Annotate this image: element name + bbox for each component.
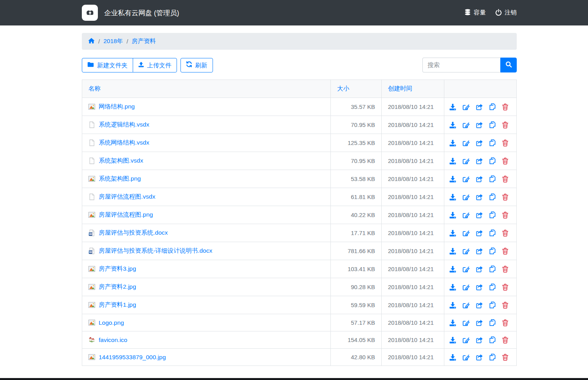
download-icon[interactable] — [449, 103, 456, 110]
file-name-link[interactable]: 房屋评估流程图.png — [99, 211, 153, 219]
edit-icon[interactable] — [462, 194, 470, 201]
edit-icon[interactable] — [462, 248, 470, 255]
delete-icon[interactable] — [502, 194, 509, 201]
edit-icon[interactable] — [462, 121, 470, 128]
copy-icon[interactable] — [489, 175, 496, 183]
download-icon[interactable] — [449, 212, 456, 219]
delete-icon[interactable] — [502, 139, 509, 147]
file-name-link[interactable]: 房产资料1.jpg — [99, 301, 136, 309]
search-input[interactable] — [422, 58, 500, 72]
share-icon[interactable] — [476, 157, 483, 165]
new-folder-button[interactable]: 新建文件夹 — [82, 58, 133, 72]
file-name-link[interactable]: 系统逻辑结构.vsdx — [99, 121, 149, 129]
download-icon[interactable] — [449, 284, 456, 291]
download-icon[interactable] — [449, 319, 456, 326]
download-icon[interactable] — [449, 230, 456, 237]
file-name-link[interactable]: favicon.ico — [99, 337, 127, 344]
copy-icon[interactable] — [489, 301, 496, 309]
edit-icon[interactable] — [462, 176, 470, 183]
edit-icon[interactable] — [462, 157, 470, 165]
file-name-link[interactable]: 房屋评估与投资系统.docx — [99, 229, 168, 237]
edit-icon[interactable] — [462, 284, 470, 291]
download-icon[interactable] — [449, 194, 456, 201]
copy-icon[interactable] — [489, 193, 496, 201]
delete-icon[interactable] — [502, 248, 509, 255]
edit-icon[interactable] — [462, 319, 470, 326]
share-icon[interactable] — [476, 103, 483, 110]
sort-by-created-link[interactable]: 创建时间 — [388, 85, 412, 92]
copy-icon[interactable] — [489, 336, 496, 344]
copy-icon[interactable] — [489, 139, 496, 147]
copy-icon[interactable] — [489, 121, 496, 128]
delete-icon[interactable] — [502, 284, 509, 291]
edit-icon[interactable] — [462, 354, 470, 361]
download-icon[interactable] — [449, 354, 456, 361]
file-name-link[interactable]: 房屋评估与投资系统-详细设计说明书.docx — [99, 247, 212, 255]
share-icon[interactable] — [476, 139, 483, 147]
copy-icon[interactable] — [489, 283, 496, 291]
capacity-link[interactable]: 容量 — [464, 9, 486, 17]
file-name-link[interactable]: 网络结构.png — [99, 103, 135, 111]
share-icon[interactable] — [476, 284, 483, 291]
download-icon[interactable] — [449, 121, 456, 128]
file-name-link[interactable]: 1441959533879_000.jpg — [99, 354, 166, 361]
file-name-link[interactable]: 房屋评估流程图.vsdx — [99, 193, 155, 201]
share-icon[interactable] — [476, 121, 483, 128]
copy-icon[interactable] — [489, 157, 496, 165]
breadcrumb-home-link[interactable] — [88, 38, 95, 45]
copy-icon[interactable] — [489, 229, 496, 237]
delete-icon[interactable] — [502, 266, 509, 273]
share-icon[interactable] — [476, 337, 483, 344]
logout-link[interactable]: 注销 — [495, 9, 517, 17]
search-button[interactable] — [500, 58, 517, 72]
file-name-link[interactable]: 系统架构图.vsdx — [99, 157, 143, 165]
copy-icon[interactable] — [489, 247, 496, 255]
delete-icon[interactable] — [502, 337, 509, 344]
sort-by-size-link[interactable]: 大小 — [337, 85, 349, 92]
share-icon[interactable] — [476, 230, 483, 237]
delete-icon[interactable] — [502, 121, 509, 128]
edit-icon[interactable] — [462, 337, 470, 344]
copy-icon[interactable] — [489, 353, 496, 361]
edit-icon[interactable] — [462, 212, 470, 219]
copy-icon[interactable] — [489, 211, 496, 219]
share-icon[interactable] — [476, 194, 483, 201]
share-icon[interactable] — [476, 176, 483, 183]
file-name-link[interactable]: 系统网络结构.vsdx — [99, 139, 149, 147]
delete-icon[interactable] — [502, 302, 509, 309]
copy-icon[interactable] — [489, 103, 496, 110]
edit-icon[interactable] — [462, 230, 470, 237]
delete-icon[interactable] — [502, 354, 509, 361]
download-icon[interactable] — [449, 248, 456, 255]
file-name-link[interactable]: Logo.png — [99, 319, 124, 326]
copy-icon[interactable] — [489, 319, 496, 326]
download-icon[interactable] — [449, 302, 456, 309]
download-icon[interactable] — [449, 337, 456, 344]
download-icon[interactable] — [449, 176, 456, 183]
download-icon[interactable] — [449, 139, 456, 147]
file-name-link[interactable]: 房产资料2.jpg — [99, 283, 136, 291]
sort-by-name-link[interactable]: 名称 — [88, 85, 101, 92]
share-icon[interactable] — [476, 302, 483, 309]
delete-icon[interactable] — [502, 103, 509, 110]
delete-icon[interactable] — [502, 212, 509, 219]
file-name-link[interactable]: 房产资料3.jpg — [99, 265, 136, 273]
edit-icon[interactable] — [462, 302, 470, 309]
share-icon[interactable] — [476, 212, 483, 219]
breadcrumb-item-2018[interactable]: 2018年 — [103, 37, 123, 45]
share-icon[interactable] — [476, 319, 483, 326]
download-icon[interactable] — [449, 266, 456, 273]
share-icon[interactable] — [476, 266, 483, 273]
copy-icon[interactable] — [489, 265, 496, 273]
delete-icon[interactable] — [502, 176, 509, 183]
breadcrumb-item-current[interactable]: 房产资料 — [132, 37, 156, 45]
delete-icon[interactable] — [502, 230, 509, 237]
upload-file-button[interactable]: 上传文件 — [133, 58, 177, 72]
refresh-button[interactable]: 刷新 — [180, 58, 213, 72]
delete-icon[interactable] — [502, 157, 509, 165]
app-brand[interactable]: 企业私有云网盘 (管理员) — [82, 5, 179, 21]
share-icon[interactable] — [476, 354, 483, 361]
share-icon[interactable] — [476, 248, 483, 255]
delete-icon[interactable] — [502, 319, 509, 326]
download-icon[interactable] — [449, 157, 456, 165]
